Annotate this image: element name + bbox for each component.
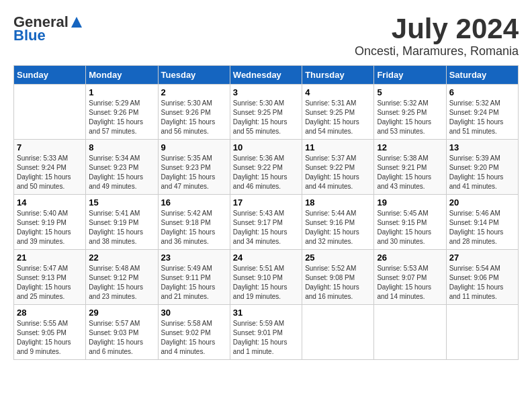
day-number: 17 [233,197,299,208]
column-header-thursday: Thursday [302,66,374,85]
day-number: 4 [305,87,371,97]
calendar-cell: 20Sunrise: 5:46 AMSunset: 9:14 PMDayligh… [446,195,518,250]
day-number: 31 [233,308,299,318]
day-number: 18 [305,197,371,208]
day-info: Sunrise: 5:32 AMSunset: 9:25 PMDaylight:… [377,99,443,136]
calendar-cell: 21Sunrise: 5:47 AMSunset: 9:13 PMDayligh… [14,250,86,305]
day-info: Sunrise: 5:54 AMSunset: 9:06 PMDaylight:… [449,264,515,302]
day-number: 24 [233,253,299,263]
calendar-cell: 31Sunrise: 5:59 AMSunset: 9:01 PMDayligh… [230,305,302,360]
day-info: Sunrise: 5:30 AMSunset: 9:26 PMDaylight:… [161,99,227,136]
calendar-cell: 3Sunrise: 5:30 AMSunset: 9:25 PMDaylight… [230,85,302,140]
day-info: Sunrise: 5:37 AMSunset: 9:22 PMDaylight:… [305,154,371,191]
day-number: 6 [449,87,515,97]
calendar-cell: 18Sunrise: 5:44 AMSunset: 9:16 PMDayligh… [302,195,374,250]
day-number: 11 [305,142,371,152]
column-header-friday: Friday [374,66,446,85]
day-number: 7 [17,142,83,152]
day-number: 8 [89,142,154,152]
day-number: 26 [377,253,443,263]
day-number: 9 [161,142,227,152]
column-header-monday: Monday [86,66,158,85]
calendar-cell: 14Sunrise: 5:40 AMSunset: 9:19 PMDayligh… [14,195,86,250]
calendar-cell [302,305,374,360]
day-info: Sunrise: 5:40 AMSunset: 9:19 PMDaylight:… [17,209,83,246]
calendar-cell: 28Sunrise: 5:55 AMSunset: 9:05 PMDayligh… [14,305,86,360]
week-row-1: 1Sunrise: 5:29 AMSunset: 9:26 PMDaylight… [14,85,519,140]
calendar-cell: 29Sunrise: 5:57 AMSunset: 9:03 PMDayligh… [86,305,158,360]
day-info: Sunrise: 5:36 AMSunset: 9:22 PMDaylight:… [233,154,299,191]
day-info: Sunrise: 5:59 AMSunset: 9:01 PMDaylight:… [233,319,299,357]
day-info: Sunrise: 5:33 AMSunset: 9:24 PMDaylight:… [17,154,83,191]
day-number: 2 [161,87,227,97]
day-info: Sunrise: 5:34 AMSunset: 9:23 PMDaylight:… [89,154,154,191]
calendar-cell: 5Sunrise: 5:32 AMSunset: 9:25 PMDaylight… [374,85,446,140]
calendar-cell: 8Sunrise: 5:34 AMSunset: 9:23 PMDaylight… [86,140,158,195]
calendar-cell: 13Sunrise: 5:39 AMSunset: 9:20 PMDayligh… [446,140,518,195]
calendar-cell: 6Sunrise: 5:32 AMSunset: 9:24 PMDaylight… [446,85,518,140]
day-info: Sunrise: 5:31 AMSunset: 9:25 PMDaylight:… [305,99,371,136]
calendar-cell: 22Sunrise: 5:48 AMSunset: 9:12 PMDayligh… [86,250,158,305]
calendar-cell: 27Sunrise: 5:54 AMSunset: 9:06 PMDayligh… [446,250,518,305]
week-row-2: 7Sunrise: 5:33 AMSunset: 9:24 PMDaylight… [14,140,519,195]
logo-icon [70,15,83,29]
header: General Blue July 2024 Oncesti, Maramure… [13,13,519,58]
day-number: 1 [89,87,154,97]
header-row: SundayMondayTuesdayWednesdayThursdayFrid… [14,66,519,85]
column-header-sunday: Sunday [14,66,86,85]
calendar-cell: 19Sunrise: 5:45 AMSunset: 9:15 PMDayligh… [374,195,446,250]
day-number: 23 [161,253,227,263]
day-info: Sunrise: 5:53 AMSunset: 9:07 PMDaylight:… [377,264,443,302]
calendar-cell: 24Sunrise: 5:51 AMSunset: 9:10 PMDayligh… [230,250,302,305]
week-row-4: 21Sunrise: 5:47 AMSunset: 9:13 PMDayligh… [14,250,519,305]
svg-marker-0 [71,17,82,28]
day-info: Sunrise: 5:39 AMSunset: 9:20 PMDaylight:… [449,154,515,191]
day-info: Sunrise: 5:57 AMSunset: 9:03 PMDaylight:… [89,319,154,357]
calendar-subtitle: Oncesti, Maramures, Romania [355,44,519,58]
calendar-title: July 2024 [355,13,519,44]
day-number: 10 [233,142,299,152]
week-row-5: 28Sunrise: 5:55 AMSunset: 9:05 PMDayligh… [14,305,519,360]
day-info: Sunrise: 5:43 AMSunset: 9:17 PMDaylight:… [233,209,299,246]
day-number: 20 [449,197,515,208]
column-header-tuesday: Tuesday [158,66,230,85]
calendar-cell: 25Sunrise: 5:52 AMSunset: 9:08 PMDayligh… [302,250,374,305]
day-number: 12 [377,142,443,152]
calendar-cell [374,305,446,360]
week-row-3: 14Sunrise: 5:40 AMSunset: 9:19 PMDayligh… [14,195,519,250]
day-info: Sunrise: 5:55 AMSunset: 9:05 PMDaylight:… [17,319,83,357]
day-info: Sunrise: 5:49 AMSunset: 9:11 PMDaylight:… [161,264,227,302]
title-section: July 2024 Oncesti, Maramures, Romania [355,13,519,58]
day-info: Sunrise: 5:29 AMSunset: 9:26 PMDaylight:… [89,99,154,136]
day-number: 25 [305,253,371,263]
calendar-table: SundayMondayTuesdayWednesdayThursdayFrid… [13,65,519,360]
calendar-cell: 4Sunrise: 5:31 AMSunset: 9:25 PMDaylight… [302,85,374,140]
day-info: Sunrise: 5:46 AMSunset: 9:14 PMDaylight:… [449,209,515,246]
calendar-cell [14,85,86,140]
day-number: 16 [161,197,227,208]
day-number: 3 [233,87,299,97]
calendar-cell: 1Sunrise: 5:29 AMSunset: 9:26 PMDaylight… [86,85,158,140]
day-number: 21 [17,253,83,263]
calendar-cell: 15Sunrise: 5:41 AMSunset: 9:19 PMDayligh… [86,195,158,250]
day-info: Sunrise: 5:58 AMSunset: 9:02 PMDaylight:… [161,319,227,357]
column-header-saturday: Saturday [446,66,518,85]
calendar-cell: 11Sunrise: 5:37 AMSunset: 9:22 PMDayligh… [302,140,374,195]
day-info: Sunrise: 5:38 AMSunset: 9:21 PMDaylight:… [377,154,443,191]
day-number: 28 [17,308,83,318]
day-info: Sunrise: 5:48 AMSunset: 9:12 PMDaylight:… [89,264,154,302]
day-number: 27 [449,253,515,263]
day-number: 13 [449,142,515,152]
day-info: Sunrise: 5:35 AMSunset: 9:23 PMDaylight:… [161,154,227,191]
day-number: 5 [377,87,443,97]
day-info: Sunrise: 5:32 AMSunset: 9:24 PMDaylight:… [449,99,515,136]
calendar-cell: 10Sunrise: 5:36 AMSunset: 9:22 PMDayligh… [230,140,302,195]
day-number: 30 [161,308,227,318]
day-info: Sunrise: 5:45 AMSunset: 9:15 PMDaylight:… [377,209,443,246]
day-number: 19 [377,197,443,208]
calendar-cell: 16Sunrise: 5:42 AMSunset: 9:18 PMDayligh… [158,195,230,250]
day-info: Sunrise: 5:42 AMSunset: 9:18 PMDaylight:… [161,209,227,246]
day-info: Sunrise: 5:30 AMSunset: 9:25 PMDaylight:… [233,99,299,136]
day-info: Sunrise: 5:51 AMSunset: 9:10 PMDaylight:… [233,264,299,302]
calendar-cell: 9Sunrise: 5:35 AMSunset: 9:23 PMDaylight… [158,140,230,195]
